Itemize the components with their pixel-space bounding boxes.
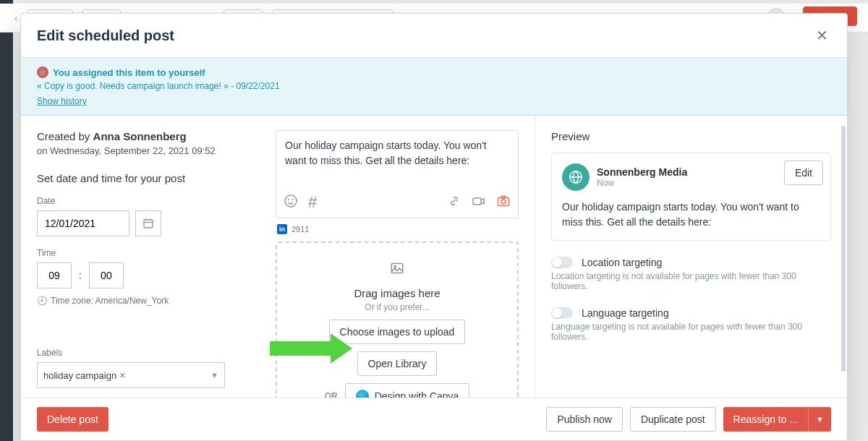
calendar-icon[interactable] — [135, 210, 161, 236]
app-sidebar — [0, 0, 13, 441]
svg-rect-11 — [391, 263, 402, 273]
remove-tag-icon[interactable]: × — [119, 369, 125, 381]
set-date-heading: Set date and time for your post — [37, 172, 244, 184]
assignment-banner: You assigned this item to yourself « Cop… — [21, 58, 847, 116]
edit-preview-button[interactable]: Edit — [784, 160, 823, 185]
modal-footer: Delete post Publish now Duplicate post R… — [21, 398, 847, 440]
timezone-text: 🕘 Time zone: America/New_York — [37, 296, 244, 306]
created-on: on Wednesday, September 22, 2021 09:52 — [37, 145, 244, 156]
dropzone-subtitle: Or if you prefer... — [365, 302, 429, 312]
assignment-note: « Copy is good. Needs campaign launch im… — [37, 81, 831, 91]
svg-rect-0 — [144, 220, 153, 228]
reassign-dropdown-icon[interactable]: ▼ — [808, 407, 831, 432]
video-icon[interactable] — [472, 194, 486, 212]
created-by: Created by Anna Sonnenberg — [37, 130, 244, 142]
svg-point-4 — [285, 195, 297, 207]
canva-icon — [356, 390, 369, 398]
labels-select[interactable]: holiday campaign × ▼ — [37, 362, 225, 388]
location-targeting-label: Location targeting — [582, 257, 662, 268]
scrollbar[interactable] — [841, 126, 846, 372]
publish-now-button[interactable]: Publish now — [546, 407, 623, 432]
chevron-down-icon[interactable]: ▼ — [210, 371, 218, 380]
open-library-button[interactable]: Open Library — [357, 351, 438, 376]
clock-icon: 🕘 — [37, 296, 48, 306]
image-icon — [389, 260, 405, 280]
linkedin-icon: in — [277, 224, 287, 234]
image-dropzone[interactable]: Drag images here Or if you prefer... Cho… — [276, 241, 519, 398]
preview-card: Edit Sonnenberg Media Now Our holiday ca… — [551, 153, 831, 241]
label-tag: holiday campaign — [43, 370, 116, 381]
svg-point-12 — [394, 265, 396, 267]
post-text-area[interactable]: Our holiday campaign starts today. You w… — [276, 131, 518, 189]
svg-rect-7 — [473, 198, 481, 205]
preview-panel: Preview Edit Sonnenberg Media Now Our ho… — [535, 116, 847, 398]
svg-rect-8 — [498, 197, 509, 205]
duplicate-post-button[interactable]: Duplicate post — [630, 407, 716, 432]
preview-text: Our holiday campaign starts today. You w… — [562, 200, 820, 230]
schedule-panel: Created by Anna Sonnenberg on Wednesday,… — [21, 116, 260, 398]
show-history-link[interactable]: Show history — [37, 96, 87, 106]
svg-point-9 — [501, 200, 506, 204]
modal-header: Edit scheduled post ✕ — [21, 14, 847, 58]
delete-post-button[interactable]: Delete post — [37, 407, 109, 432]
location-targeting-desc: Location targeting is not available for … — [551, 271, 831, 291]
reassign-button[interactable]: Reassign to ... — [723, 407, 809, 432]
preview-account-name: Sonnenberg Media — [597, 166, 687, 178]
date-label: Date — [37, 196, 244, 206]
time-minute-input[interactable] — [89, 262, 124, 288]
preview-timestamp: Now — [597, 178, 687, 188]
svg-point-5 — [289, 199, 289, 200]
assignment-text: You assigned this item to yourself — [53, 67, 205, 78]
preview-avatar-icon — [562, 163, 590, 191]
date-input[interactable] — [37, 210, 129, 236]
char-counter: in 2911 — [277, 224, 519, 234]
dropzone-title: Drag images here — [354, 287, 440, 299]
language-targeting-toggle[interactable] — [551, 307, 573, 319]
or-text: OR — [325, 391, 338, 398]
emoji-icon[interactable] — [284, 194, 298, 212]
time-label: Time — [37, 248, 244, 258]
time-hour-input[interactable] — [37, 262, 72, 288]
svg-point-6 — [293, 199, 294, 200]
labels-label: Labels — [37, 348, 244, 358]
modal-title: Edit scheduled post — [37, 27, 174, 44]
close-icon[interactable]: ✕ — [813, 24, 831, 47]
design-with-canva-button[interactable]: Design with Canva — [345, 383, 470, 398]
compose-panel: Our holiday campaign starts today. You w… — [260, 116, 535, 398]
hashtag-icon[interactable]: # — [308, 193, 317, 212]
language-targeting-label: Language targeting — [582, 307, 669, 319]
link-icon[interactable] — [447, 194, 461, 212]
compose-box: Our holiday campaign starts today. You w… — [276, 130, 519, 218]
camera-icon[interactable] — [496, 194, 511, 212]
choose-images-button[interactable]: Choose images to upload — [329, 320, 466, 344]
location-targeting-toggle[interactable] — [551, 257, 573, 268]
language-targeting-desc: Language targeting is not available for … — [551, 322, 831, 342]
edit-post-modal: Edit scheduled post ✕ You assigned this … — [20, 13, 848, 441]
preview-heading: Preview — [551, 130, 831, 142]
assignee-avatar-icon — [37, 67, 48, 78]
